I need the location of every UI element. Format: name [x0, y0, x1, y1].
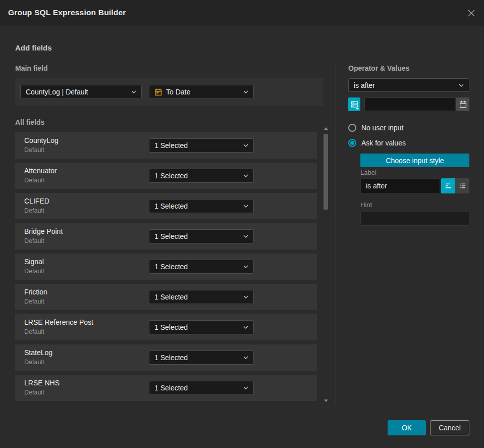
main-field-label: Main field — [15, 64, 48, 72]
radio-option-ask-for-values[interactable]: Ask for values — [348, 138, 469, 147]
field-selection-dropdown[interactable]: 1 Selected — [149, 320, 254, 334]
field-row: LRSE Reference Post Default 1 Selected — [15, 314, 317, 340]
chevron-down-icon — [243, 386, 248, 389]
input-type-button[interactable] — [348, 97, 360, 111]
field-name: CountyLog — [24, 136, 59, 144]
field-row: CountyLog Default 1 Selected — [15, 132, 317, 159]
field-selection-dropdown[interactable]: 1 Selected — [149, 229, 254, 243]
field-selection-value: 1 Selected — [154, 354, 239, 362]
ok-button[interactable]: OK — [388, 420, 426, 435]
operator-dropdown[interactable]: is after — [348, 78, 469, 92]
radio-icon — [348, 139, 356, 147]
field-name: StateLog — [24, 349, 52, 357]
calendar-icon — [459, 101, 467, 108]
date-picker-button[interactable] — [456, 97, 469, 111]
field-selection-value: 1 Selected — [154, 172, 239, 180]
field-row: StateLog Default 1 Selected — [15, 344, 317, 371]
single-line-style-button[interactable] — [441, 178, 455, 193]
field-name: CLIFED — [24, 197, 49, 205]
operator-values-heading: Operator & Values — [348, 64, 409, 72]
main-field-dropdown[interactable]: CountyLog | Default — [20, 85, 142, 99]
chevron-down-icon — [243, 326, 248, 329]
chevron-down-icon — [243, 205, 248, 208]
field-row: Bridge Point Default 1 Selected — [15, 223, 317, 250]
field-selection-value: 1 Selected — [154, 323, 239, 331]
field-subtitle: Default — [24, 177, 44, 184]
field-selection-value: 1 Selected — [154, 232, 239, 240]
radio-icon — [348, 124, 356, 132]
close-icon[interactable] — [466, 8, 476, 18]
field-name: Signal — [24, 258, 44, 266]
field-selection-dropdown[interactable]: 1 Selected — [149, 199, 254, 213]
field-selection-value: 1 Selected — [154, 263, 239, 271]
field-selection-value: 1 Selected — [154, 293, 239, 301]
field-selection-dropdown[interactable]: 1 Selected — [149, 351, 254, 365]
field-row: Signal Default 1 Selected — [15, 254, 317, 280]
scroll-down-arrow-icon[interactable] — [324, 400, 328, 402]
align-left-icon — [445, 182, 452, 189]
field-subtitle: Default — [24, 268, 44, 275]
field-row: Attenuator Default 1 Selected — [15, 163, 317, 189]
label-field-label: Label — [360, 169, 377, 176]
field-type-dropdown-value: To Date — [166, 88, 239, 96]
scrollbar-thumb[interactable] — [324, 134, 328, 210]
dialog-title: Group SQL Expression Builder — [8, 8, 126, 17]
cancel-button[interactable]: Cancel — [430, 420, 469, 435]
add-fields-heading: Add fields — [15, 43, 52, 52]
title-bar: Group SQL Expression Builder — [0, 0, 484, 26]
vertical-divider — [336, 63, 336, 404]
field-selection-dropdown[interactable]: 1 Selected — [149, 290, 254, 304]
chevron-down-icon — [243, 90, 248, 93]
radio-label: No user input — [361, 124, 403, 132]
group-sql-expression-builder-dialog: Group SQL Expression Builder Add fields … — [0, 0, 484, 448]
chevron-down-icon — [243, 356, 248, 359]
field-row: LRSE NHS Default 1 Selected — [15, 375, 317, 401]
operator-dropdown-value: is after — [354, 81, 455, 89]
choose-input-style-button[interactable]: Choose input style — [360, 154, 469, 167]
field-subtitle: Default — [24, 146, 44, 154]
field-subtitle: Default — [24, 207, 44, 214]
list-style-button[interactable] — [455, 178, 469, 193]
scrollbar[interactable] — [324, 126, 328, 403]
chevron-down-icon — [131, 90, 136, 93]
field-selection-value: 1 Selected — [154, 384, 239, 392]
field-name: Friction — [24, 288, 47, 296]
all-fields-label: All fields — [15, 118, 44, 126]
label-input[interactable] — [360, 178, 440, 193]
hint-input[interactable] — [360, 212, 469, 226]
field-subtitle: Default — [24, 359, 44, 366]
field-selection-dropdown[interactable]: 1 Selected — [149, 381, 254, 395]
bullet-list-icon — [459, 182, 466, 189]
field-subtitle: Default — [24, 298, 44, 305]
user-input-radio-group: No user input Ask for values — [348, 123, 469, 154]
stacked-fields-icon — [351, 101, 358, 108]
field-name: Bridge Point — [24, 227, 63, 235]
field-name: Attenuator — [24, 167, 57, 175]
value-input[interactable] — [364, 97, 455, 111]
calendar-icon — [154, 88, 162, 96]
field-name: LRSE Reference Post — [24, 318, 93, 326]
field-name: LRSE NHS — [24, 379, 60, 387]
caret-down-icon — [356, 108, 359, 110]
field-selection-dropdown[interactable]: 1 Selected — [149, 138, 254, 153]
field-row: Friction Default 1 Selected — [15, 284, 317, 310]
chevron-down-icon — [459, 84, 464, 87]
chevron-down-icon — [243, 265, 248, 268]
field-subtitle: Default — [24, 237, 44, 244]
field-selection-value: 1 Selected — [154, 141, 239, 150]
field-type-dropdown[interactable]: To Date — [149, 85, 254, 99]
radio-label: Ask for values — [361, 139, 406, 147]
field-selection-dropdown[interactable]: 1 Selected — [149, 169, 254, 183]
radio-option-no-user-input[interactable]: No user input — [348, 123, 469, 132]
all-fields-list: CountyLog Default 1 Selected Attenuator … — [15, 132, 317, 405]
field-selection-dropdown[interactable]: 1 Selected — [149, 260, 254, 274]
main-field-panel: CountyLog | Default To Date — [15, 78, 323, 106]
chevron-down-icon — [243, 295, 248, 298]
main-field-dropdown-value: CountyLog | Default — [26, 88, 127, 96]
chevron-down-icon — [243, 174, 248, 177]
field-subtitle: Default — [24, 389, 44, 396]
field-subtitle: Default — [24, 328, 44, 335]
hint-field-label: Hint — [360, 201, 372, 209]
scroll-up-arrow-icon[interactable] — [324, 127, 328, 130]
chevron-down-icon — [243, 144, 248, 147]
